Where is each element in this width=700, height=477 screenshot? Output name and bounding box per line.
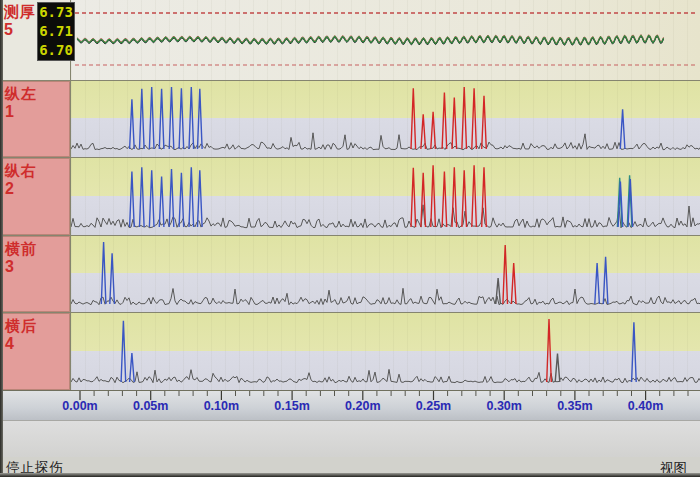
waveform-plot-2: [71, 158, 700, 235]
noise-trace: [71, 369, 700, 382]
photo-edge: [0, 473, 700, 477]
spike-group-blue: [632, 322, 637, 382]
channel-strip-4: 横后 4: [0, 312, 700, 390]
photo-edge: [0, 0, 3, 477]
toolbar: 通道 范围 增益 闸门 A ∨ 门起 门宽 门高 ▲ ▼ 显示: [0, 420, 700, 457]
waveform-area-4: [70, 313, 700, 390]
channel-number: 1: [5, 103, 69, 121]
waveform-area-thickness: [70, 0, 700, 80]
spike-group-gray: [555, 354, 560, 382]
channel-strip-thickness: 测厚 5 6.73 6.71 6.70: [0, 0, 700, 80]
axis-tick-label: 0.30m: [486, 399, 521, 413]
thickness-trace-plot: [71, 0, 700, 80]
channel-label-panel-2: 纵右 2: [0, 158, 70, 235]
channel-name: 横前: [5, 240, 69, 258]
axis-tick-label: 0.20m: [345, 399, 380, 413]
spike-group-red: [411, 87, 486, 149]
axis-tick-label: 0.05m: [133, 399, 168, 413]
noise-trace: [71, 288, 700, 305]
thickness-value: 6.70: [38, 41, 74, 60]
channel-label-panel-1: 纵左 1: [0, 81, 70, 157]
noise-trace: [71, 205, 700, 228]
thickness-readings-display: 6.73 6.71 6.70: [37, 2, 75, 61]
channel-label-panel-4: 横后 4: [0, 313, 70, 390]
channel-number: 2: [5, 180, 69, 198]
flaw-detector-app: 测厚 5 6.73 6.71 6.70 纵左 1 纵右 2: [0, 0, 700, 477]
noise-trace: [71, 133, 700, 150]
channel-number: 3: [5, 258, 69, 276]
axis-tick-label: 0.25m: [416, 399, 451, 413]
channel-strip-3: 横前 3: [0, 235, 700, 312]
minor-ticks: [94, 391, 688, 396]
spike-group-red: [547, 319, 552, 382]
thickness-value: 6.71: [38, 22, 74, 41]
spike-group-blue: [620, 109, 625, 149]
axis-tick-label: 0.00m: [62, 399, 97, 413]
spike-group-blue: [101, 242, 114, 304]
spike-group-blue: [595, 257, 608, 304]
waveform-plot-4: [71, 313, 700, 390]
distance-axis: 0.00m0.05m0.10m0.15m0.20m0.25m0.30m0.35m…: [0, 390, 700, 420]
spike-group-blue: [130, 167, 203, 227]
axis-tick-label: 0.35m: [557, 399, 592, 413]
spike-group-blue: [121, 321, 134, 382]
waveform-plot-3: [71, 236, 700, 312]
axis-tick-label: 0.15m: [274, 399, 309, 413]
spike-group-blue: [130, 87, 203, 149]
waveform-area-2: [70, 158, 700, 235]
axis-tick-label: 0.10m: [204, 399, 239, 413]
channel-strip-2: 纵右 2: [0, 157, 700, 235]
thickness-value: 6.73: [38, 3, 74, 22]
waveform-plot-1: [71, 81, 700, 157]
channel-label-panel-3: 横前 3: [0, 236, 70, 312]
waveform-area-3: [70, 236, 700, 312]
waveform-area-1: [70, 81, 700, 157]
channel-number: 4: [5, 335, 69, 353]
channel-name: 纵左: [5, 85, 69, 103]
channel-name: 横后: [5, 317, 69, 335]
channel-strip-1: 纵左 1: [0, 80, 700, 157]
channel-name: 纵右: [5, 162, 69, 180]
axis-tick-label: 0.40m: [628, 399, 663, 413]
spike-group-red: [411, 165, 486, 227]
spike-group-red: [503, 245, 516, 304]
